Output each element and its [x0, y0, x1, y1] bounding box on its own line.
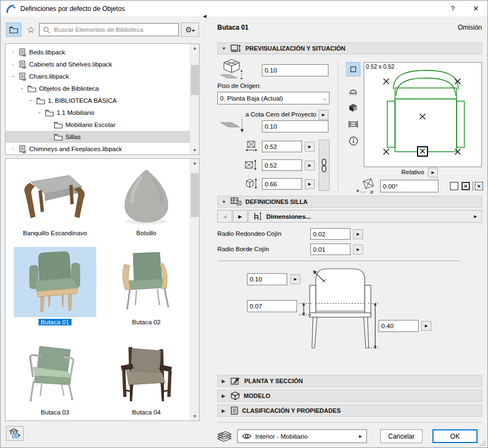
section-silla-header[interactable]: ▼ DEFINICIONES SILLA [217, 196, 482, 208]
section-planta-header[interactable]: ▶ PLANTA Y SECCIÓN [217, 375, 482, 387]
cancel-button[interactable]: Cancelar [380, 429, 423, 443]
resize-grip[interactable] [480, 440, 486, 446]
preview-mode-elevation-button[interactable] [346, 84, 360, 98]
seat-height-field[interactable] [379, 320, 419, 332]
thumbnail-scrollbar[interactable]: ▲ ▼ [190, 159, 199, 421]
thumbnail-butaca-03[interactable]: Butaca 03 [11, 341, 99, 416]
param-radio-redondeo-field[interactable] [310, 228, 350, 240]
folder-icon [45, 109, 54, 117]
preview-mode-3d-button[interactable] [346, 101, 360, 115]
panel-collapse-handle[interactable]: ◀ [203, 14, 206, 19]
scroll-up-icon[interactable]: ▲ [190, 44, 199, 52]
corner-radius-flyout-button[interactable]: ▶ [290, 274, 300, 284]
tree-item-sillas-selected[interactable]: Sillas [6, 131, 190, 143]
thumbnail-banquillo[interactable]: Banquillo Escandinavo [11, 163, 99, 236]
thumbnail-bolsillo[interactable]: Bolsillo [102, 163, 190, 236]
section-modelo-header[interactable]: ▶ MODELO [217, 390, 482, 402]
thumbnail-butaca-01-selected[interactable]: Butaca 01 [11, 247, 99, 325]
chevron-down-icon[interactable]: › [19, 86, 25, 92]
page-previous-button[interactable]: ◀ [217, 210, 232, 223]
bottom-elevation-field[interactable] [262, 120, 328, 132]
object-name: Butaca 01 [217, 24, 249, 31]
hotspot-toggle-dashed[interactable]: ✕ [475, 182, 483, 190]
hotspot-toggle-solid-selected[interactable]: ✕ [462, 182, 470, 190]
scroll-down-icon[interactable]: ▼ [190, 412, 199, 421]
cube-3d-icon [349, 103, 358, 112]
cushion-thickness-field[interactable] [247, 300, 297, 312]
ok-button[interactable]: OK [432, 429, 478, 443]
toggle-divider [473, 181, 473, 191]
chevron-right-icon[interactable]: › [10, 49, 16, 55]
preview-viewport[interactable]: 0.52 x 0.52 [364, 62, 482, 167]
section-preview-header[interactable]: ▼ PREVISUALIZACIÓN Y SITUACIÓN [217, 42, 482, 54]
layer-selector[interactable]: Interior - Mobiliario ▶ [237, 429, 367, 443]
tree-item-label: Cabinets and Shelves.libpack [29, 61, 112, 68]
tree-item-label: 1. BIBLIOTECA BÁSICA [48, 97, 117, 104]
relative-flyout-button[interactable]: ▶ [428, 168, 438, 178]
param-radio-borde-field[interactable] [310, 244, 350, 255]
tree-item-mobiliario-escolar[interactable]: Mobiliario Escolar [6, 119, 190, 131]
thumbnail-butaca-02[interactable]: Butaca 02 [102, 247, 190, 325]
chevron-down-icon[interactable]: › [10, 74, 16, 80]
search-settings-button[interactable]: ⚙ ▶ [181, 23, 199, 37]
search-input[interactable] [53, 26, 175, 34]
section-silla-title: DEFINICIONES SILLA [245, 198, 308, 205]
tree-item-mobiliario[interactable]: › 1.1 Mobiliario [6, 107, 190, 119]
link-dimensions-button[interactable] [319, 140, 330, 191]
datum-flyout-button[interactable]: ▶ [319, 110, 328, 120]
tree-item-chairs[interactable]: › Chairs.libpack [6, 70, 190, 82]
triangle-down-icon: ▼ [222, 200, 227, 204]
thumbnail-label: Butaca 04 [102, 409, 190, 416]
chevron-right-icon[interactable]: › [10, 62, 16, 67]
favorites-button[interactable]: ☆ [24, 23, 38, 37]
tree-item-label: Mobiliario Escolar [65, 121, 116, 128]
thumbnail-scrollbar-thumb[interactable] [191, 173, 199, 217]
scroll-up-icon[interactable]: ▲ [190, 159, 199, 167]
chevron-right-icon[interactable]: › [10, 146, 16, 152]
width-flyout-button[interactable]: ▶ [305, 142, 315, 152]
seat-height-flyout-button[interactable]: ▶ [421, 321, 431, 331]
corner-radius-field[interactable] [247, 273, 287, 285]
tree-item-chimneys[interactable]: › Chimneys and Fireplaces.libpack [6, 143, 190, 155]
rotation-field[interactable] [380, 180, 438, 192]
page-next-button[interactable]: ▶ [233, 210, 248, 223]
folder-view-button[interactable] [6, 23, 21, 37]
hotspot-toggle-plain[interactable] [450, 182, 458, 190]
preview-mode-2d-button[interactable] [346, 62, 360, 76]
chevron-down-icon[interactable]: › [28, 98, 34, 104]
libpack-icon [19, 48, 26, 57]
param2-flyout-button[interactable]: ▶ [353, 245, 363, 255]
scroll-down-icon[interactable]: ▼ [190, 146, 199, 154]
chain-link-icon [321, 158, 327, 173]
close-button[interactable]: ✕ [464, 1, 487, 16]
width-field[interactable] [262, 141, 302, 152]
star-icon: ☆ [26, 24, 35, 36]
chevron-down-icon[interactable]: › [37, 110, 42, 116]
tree-item-objetos[interactable]: › Objetos de Biblioteca [6, 82, 190, 95]
tree-item-cabinets[interactable]: › Cabinets and Shelves.libpack [6, 58, 190, 70]
parameter-page-selector[interactable]: Dimensiones... ▶ [248, 210, 482, 223]
library-manager-button[interactable] [6, 426, 24, 441]
height-field[interactable] [262, 178, 302, 190]
preview-info-button[interactable] [346, 134, 360, 148]
tree-item-beds[interactable]: › Beds.libpack [6, 46, 190, 58]
library-search[interactable] [39, 23, 179, 36]
tree-scrollbar[interactable]: ▲ ▼ [190, 44, 199, 154]
origin-story-select[interactable]: 0. Planta Baja (Actual) ⌄ [217, 92, 330, 104]
depth-field[interactable] [262, 159, 302, 171]
preview-mode-section-button[interactable] [346, 117, 360, 131]
plan-section-icon [231, 377, 240, 385]
section-clasificacion-header[interactable]: ▶ CLASIFICACIÓN Y PROPIEDADES [217, 405, 482, 417]
height-flyout-button[interactable]: ▶ [305, 179, 315, 189]
depth-flyout-button[interactable]: ▶ [305, 161, 315, 170]
thumbnail-butaca-04[interactable]: Butaca 04 [102, 341, 190, 416]
help-button[interactable]: ? [441, 1, 464, 16]
param1-flyout-button[interactable]: ▶ [353, 229, 363, 239]
silla-settings-icon [231, 197, 242, 206]
model-cube-icon [231, 391, 240, 400]
tree-item-biblioteca-basica[interactable]: › 1. BIBLIOTECA BÁSICA [6, 95, 190, 107]
top-elevation-field[interactable] [262, 64, 328, 76]
layer-value: Interior - Mobiliario [255, 433, 355, 440]
parameter-page-label: Dimensiones... [266, 213, 470, 220]
tree-scrollbar-thumb[interactable] [191, 65, 199, 95]
